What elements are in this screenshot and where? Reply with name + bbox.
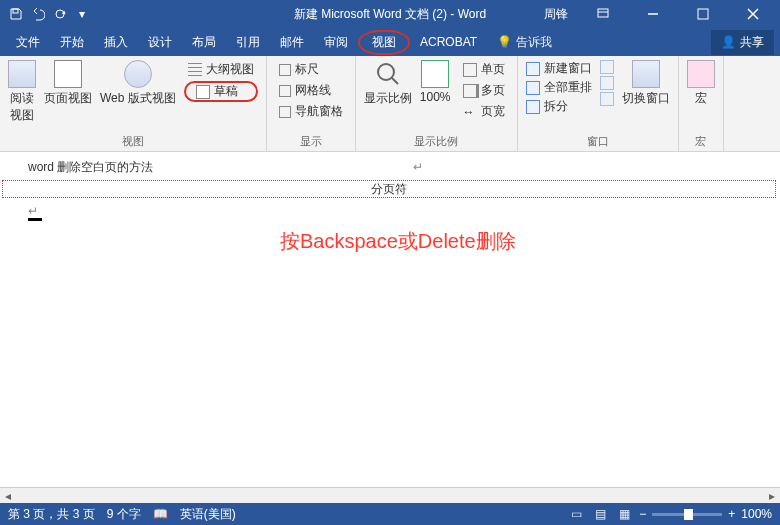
checkbox-icon: [279, 85, 291, 97]
one-page-icon: [463, 63, 477, 77]
close-button[interactable]: [730, 0, 776, 28]
share-button[interactable]: 👤共享: [711, 30, 774, 55]
qat-dropdown-icon[interactable]: ▾: [74, 6, 90, 22]
minimize-button[interactable]: [630, 0, 676, 28]
outline-label: 大纲视图: [206, 61, 254, 78]
new-window-label: 新建窗口: [544, 60, 592, 77]
split-icon: [526, 100, 540, 114]
arrange-icon: [526, 81, 540, 95]
switch-window-button[interactable]: 切换窗口: [622, 60, 670, 107]
status-language[interactable]: 英语(美国): [180, 506, 236, 523]
one-page-button[interactable]: 单页: [459, 60, 509, 79]
nav-pane-checkbox[interactable]: 导航窗格: [275, 102, 347, 121]
tab-design[interactable]: 设计: [138, 30, 182, 55]
tab-insert[interactable]: 插入: [94, 30, 138, 55]
svg-rect-3: [698, 9, 708, 19]
title-bar: ▾ 新建 Microsoft Word 文档 (2) - Word 周锋: [0, 0, 780, 28]
undo-icon[interactable]: [30, 6, 46, 22]
user-name[interactable]: 周锋: [544, 6, 568, 23]
tab-layout[interactable]: 布局: [182, 30, 226, 55]
ruler-label: 标尺: [295, 61, 319, 78]
tab-review[interactable]: 审阅: [314, 30, 358, 55]
tab-home[interactable]: 开始: [50, 30, 94, 55]
pilcrow-icon: ↵: [413, 160, 423, 174]
proofing-icon[interactable]: 📖: [153, 507, 168, 521]
tell-me-label: 告诉我: [516, 34, 552, 51]
macro-icon: [687, 60, 715, 88]
text-cursor: [28, 218, 42, 221]
status-page[interactable]: 第 3 页，共 3 页: [8, 506, 95, 523]
view-print-icon[interactable]: ▤: [591, 506, 609, 522]
zoom-out-button[interactable]: −: [639, 507, 646, 521]
scroll-right-icon[interactable]: ▸: [764, 488, 780, 504]
page-view-button[interactable]: 页面视图: [44, 60, 92, 107]
tell-me[interactable]: 💡告诉我: [497, 34, 552, 51]
view-read-icon[interactable]: ▭: [567, 506, 585, 522]
group-macro-label: 宏: [695, 132, 706, 149]
magnifier-icon: [374, 60, 402, 88]
page-width-icon: ↔: [463, 105, 477, 119]
page-view-icon: [54, 60, 82, 88]
group-zoom: 显示比例 100% 单页 多页 ↔页宽 显示比例: [356, 56, 518, 151]
draft-label: 草稿: [214, 83, 238, 100]
svg-point-4: [378, 64, 394, 80]
pilcrow-icon: ↵: [28, 204, 38, 218]
new-window-icon: [526, 62, 540, 76]
zoom-level[interactable]: 100%: [741, 507, 772, 521]
arrange-label: 全部重排: [544, 79, 592, 96]
checkbox-icon: [279, 64, 291, 76]
split-label: 拆分: [544, 98, 568, 115]
group-zoom-label: 显示比例: [414, 132, 458, 149]
page-width-button[interactable]: ↔页宽: [459, 102, 509, 121]
nav-label: 导航窗格: [295, 103, 343, 120]
redo-icon[interactable]: [52, 6, 68, 22]
checkbox-icon: [279, 106, 291, 118]
ruler-checkbox[interactable]: 标尺: [275, 60, 347, 79]
view-web-icon[interactable]: ▦: [615, 506, 633, 522]
doc-line-2: ↵: [28, 202, 38, 218]
tab-view[interactable]: 视图: [358, 30, 410, 55]
zoom-100-icon: [421, 60, 449, 88]
read-view-button[interactable]: 阅读 视图: [8, 60, 36, 124]
scroll-left-icon[interactable]: ◂: [0, 488, 16, 504]
ribbon-options-icon[interactable]: [580, 0, 626, 28]
tab-file[interactable]: 文件: [6, 30, 50, 55]
zoom-slider[interactable]: [652, 513, 722, 516]
reset-icon: [600, 92, 614, 106]
web-view-button[interactable]: Web 版式视图: [100, 60, 176, 107]
web-view-icon: [124, 60, 152, 88]
group-show: 标尺 网格线 导航窗格 显示: [267, 56, 356, 151]
zoom-button[interactable]: 显示比例: [364, 60, 412, 107]
tab-references[interactable]: 引用: [226, 30, 270, 55]
draft-view-button[interactable]: 草稿: [184, 81, 258, 102]
share-icon: 👤: [721, 35, 736, 49]
macro-button[interactable]: 宏: [687, 60, 715, 107]
status-words[interactable]: 9 个字: [107, 506, 141, 523]
title-right: 周锋: [544, 0, 780, 28]
gridlines-checkbox[interactable]: 网格线: [275, 81, 347, 100]
svg-rect-0: [13, 9, 18, 13]
bulb-icon: 💡: [497, 35, 512, 49]
horizontal-scrollbar[interactable]: ◂ ▸: [0, 487, 780, 503]
zoom-100-button[interactable]: 100%: [420, 60, 451, 104]
maximize-button[interactable]: [680, 0, 726, 28]
arrange-all-button[interactable]: 全部重排: [526, 79, 592, 96]
outline-view-button[interactable]: 大纲视图: [184, 60, 258, 79]
new-window-button[interactable]: 新建窗口: [526, 60, 592, 77]
group-views-label: 视图: [122, 132, 144, 149]
multi-page-button[interactable]: 多页: [459, 81, 509, 100]
zoom-in-button[interactable]: +: [728, 507, 735, 521]
side-icon: [600, 60, 614, 74]
share-label: 共享: [740, 34, 764, 51]
page-break-marker[interactable]: 分页符: [2, 180, 776, 198]
tab-acrobat[interactable]: ACROBAT: [410, 31, 487, 53]
window-title: 新建 Microsoft Word 文档 (2) - Word: [294, 6, 486, 23]
tab-mailings[interactable]: 邮件: [270, 30, 314, 55]
save-icon[interactable]: [8, 6, 24, 22]
zoom-label: 显示比例: [364, 90, 412, 107]
split-button[interactable]: 拆分: [526, 98, 592, 115]
document-area[interactable]: word 删除空白页的方法↵ 分页符 ↵ 按Backspace或Delete删除: [0, 152, 780, 487]
annotation-text: 按Backspace或Delete删除: [280, 228, 516, 255]
group-views: 阅读 视图 页面视图 Web 版式视图 大纲视图 草稿 视图: [0, 56, 267, 151]
switch-window-icon: [632, 60, 660, 88]
